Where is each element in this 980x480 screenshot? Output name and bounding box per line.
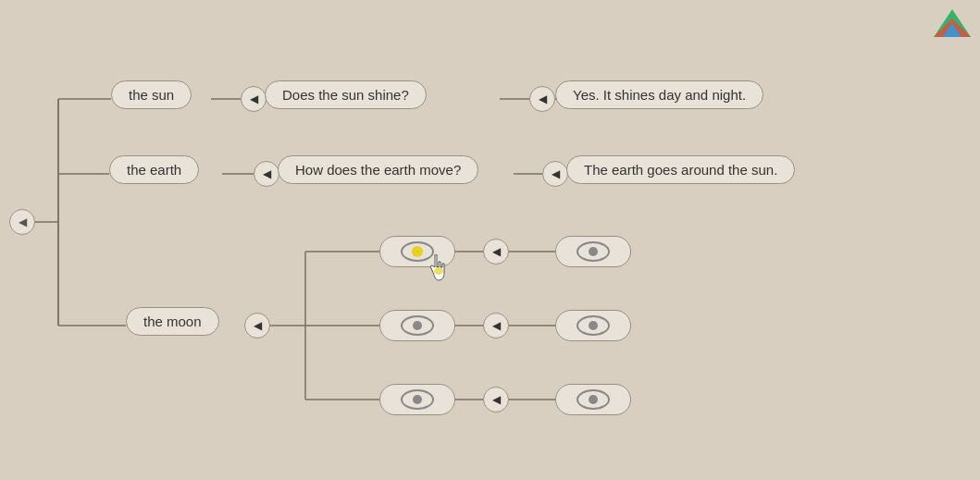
moon-arrow-node[interactable]: ◀ [244,313,270,338]
sun-label: the sun [129,87,174,103]
eye-arrow-3[interactable]: ◀ [483,387,509,412]
root-arrow-node[interactable]: ◀ [9,209,35,235]
sun-question-node: Does the sun shine? [265,80,427,109]
eye-node-1b[interactable] [555,236,631,267]
sun-arrow-icon: ◀ [250,92,258,105]
moon-arrow-icon: ◀ [254,319,262,332]
sun-answer-node: Yes. It shines day and night. [555,80,763,109]
eye-icon-2b [577,315,610,336]
sun-q-arrow-node[interactable]: ◀ [529,86,555,112]
eye-arrow-2[interactable]: ◀ [483,313,509,338]
earth-q-arrow-icon: ◀ [552,167,560,180]
moon-node: the moon [126,307,219,336]
sun-arrow-node[interactable]: ◀ [241,86,267,112]
earth-arrow-icon: ◀ [263,167,271,180]
eye-icon-3 [401,389,434,410]
eye-arrow-1[interactable]: ◀ [483,239,509,265]
root-arrow-icon: ◀ [19,215,27,228]
eye-arrow-icon-2: ◀ [492,319,501,332]
svg-point-24 [434,267,443,275]
earth-question-node: How does the earth move? [278,155,478,184]
moon-label: the moon [143,314,202,329]
eye-node-2[interactable] [379,310,455,341]
sun-answer-label: Yes. It shines day and night. [573,87,746,103]
earth-question-label: How does the earth move? [295,162,461,178]
earth-q-arrow-node[interactable]: ◀ [542,161,568,187]
eye-arrow-icon-1: ◀ [492,245,501,258]
earth-answer-label: The earth goes around the sun. [584,162,777,178]
logo [929,5,975,42]
eye-icon-1 [401,241,434,262]
eye-node-3[interactable] [379,384,455,415]
sun-question-label: Does the sun shine? [282,87,409,103]
eye-arrow-icon-3: ◀ [492,393,501,406]
eye-icon-3b [577,389,610,410]
eye-icon-2 [401,315,434,336]
earth-answer-node: The earth goes around the sun. [566,155,795,184]
sun-q-arrow-icon: ◀ [539,92,547,105]
eye-node-3b[interactable] [555,384,631,415]
earth-arrow-node[interactable]: ◀ [254,161,279,187]
sun-node: the sun [111,80,192,109]
eye-node-2b[interactable] [555,310,631,341]
earth-label: the earth [127,162,181,178]
earth-node: the earth [109,155,199,184]
eye-node-1[interactable] [379,236,455,267]
eye-icon-1b [577,241,610,262]
